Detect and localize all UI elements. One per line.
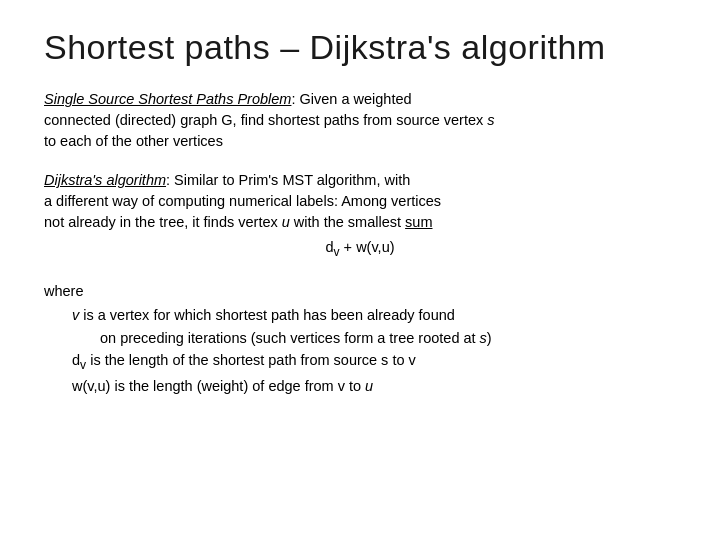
dv-letter: dv [72,352,86,368]
formula-plus: + [340,239,357,255]
v-text2: on preceding iterations (such vertices f… [72,330,492,346]
dijkstra-text1: : Similar to Prim's MST algorithm, with [166,172,410,188]
v-definition: v is a vertex for which shortest path ha… [44,304,676,349]
sssp-italic-s: s [487,112,494,128]
v-text1: is a vertex for which shortest path has … [83,307,455,323]
formula-d-letter: d [325,239,333,255]
wvu-definition: w(v,u) is the length (weight) of edge fr… [44,375,676,397]
dv-definition: dv is the length of the shortest path fr… [44,349,676,375]
formula-wvu: w(v,u) [356,239,394,255]
v-text2-s: s [480,330,487,346]
dv-d-letter: d [72,352,80,368]
dijkstra-sum: sum [405,214,432,230]
title-text: Shortest paths – Dijkstra's algorithm [44,28,606,66]
page-title: Shortest paths – Dijkstra's algorithm [44,28,676,67]
section-sssp: Single Source Shortest Paths Problem: Gi… [44,89,676,152]
v-letter: v [72,307,79,323]
sssp-label: Single Source Shortest Paths Problem [44,91,291,107]
dijkstra-text2: a different way of computing numerical l… [44,193,441,209]
dijkstra-italic-u: u [282,214,290,230]
dv-sub: v [80,358,86,372]
where-label: where [44,280,676,302]
where-section: where v is a vertex for which shortest p… [44,280,676,397]
formula-dv: dv [325,239,339,255]
formula-line: dv + w(v,u) [44,237,676,261]
wvu-text: is the length (weight) of edge from v to… [114,378,373,394]
dijkstra-text3: not already in the tree, it finds vertex… [44,214,433,230]
sssp-text3: to each of the other vertices [44,133,223,149]
dv-text: is the length of the shortest path from … [90,352,416,368]
sssp-text1: : Given a weighted [291,91,411,107]
sssp-text2: connected (directed) graph G, find short… [44,112,495,128]
dijkstra-label: Dijkstra's algorithm [44,172,166,188]
page: Shortest paths – Dijkstra's algorithm Si… [0,0,720,540]
wvu-u: u [365,378,373,394]
wvu-label: w(v,u) [72,378,110,394]
dijkstra-paragraph: Dijkstra's algorithm: Similar to Prim's … [44,170,676,233]
section-dijkstra: Dijkstra's algorithm: Similar to Prim's … [44,170,676,261]
sssp-paragraph: Single Source Shortest Paths Problem: Gi… [44,89,676,152]
